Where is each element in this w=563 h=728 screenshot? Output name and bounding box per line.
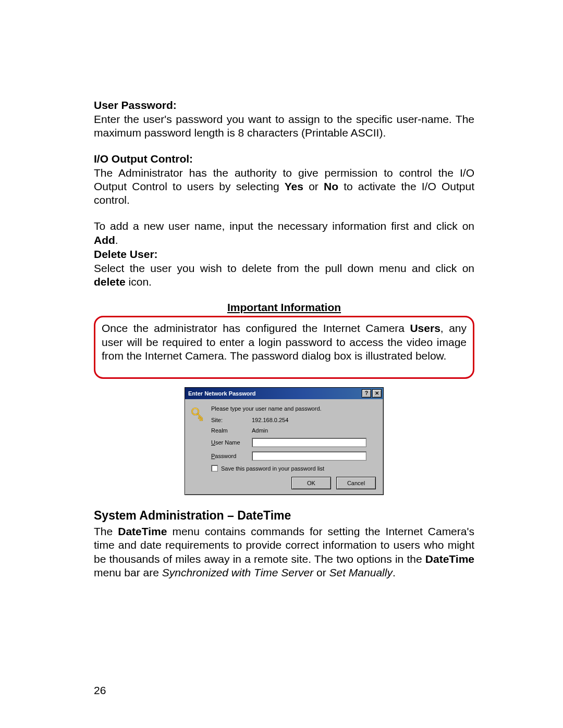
ok-button[interactable]: OK [291, 477, 331, 489]
text-user-password: Enter the user's password you want to as… [94, 113, 474, 140]
key-icon [190, 405, 206, 489]
dialog-titlebar: Enter Network Password ? ✕ [185, 388, 383, 399]
text-important-info: Once the administrator has configured th… [102, 322, 467, 363]
heading-user-password: User Password: [94, 99, 474, 112]
dialog-body: Please type your user name and password.… [185, 399, 383, 495]
label-username: User Name [211, 439, 248, 446]
label-site: Site: [211, 417, 248, 423]
heading-system-admin-datetime: System Administration – DateTime [94, 509, 474, 523]
row-site: Site: 192.168.0.254 [211, 417, 378, 423]
label-password: Password [211, 453, 248, 459]
dialog-title: Enter Network Password [188, 390, 256, 397]
row-save-password: Save this password in your password list [211, 465, 378, 472]
row-password: Password [211, 451, 378, 461]
dialog-illustration: Enter Network Password ? ✕ Please typ [94, 387, 474, 495]
document-page: User Password: Enter the user's password… [0, 0, 563, 728]
value-realm: Admin [252, 427, 378, 434]
text-io-output-p1: The Administrator has the authority to g… [94, 166, 474, 207]
enter-network-password-dialog: Enter Network Password ? ✕ Please typ [185, 387, 384, 495]
label-realm: Realm [211, 427, 248, 434]
dialog-button-row: OK Cancel [211, 477, 378, 489]
cancel-button[interactable]: Cancel [336, 477, 376, 489]
dialog-intro-text: Please type your user name and password. [211, 405, 378, 412]
titlebar-button-group: ? ✕ [362, 389, 382, 398]
dialog-form: Please type your user name and password.… [211, 405, 378, 489]
password-input[interactable] [252, 451, 366, 461]
heading-io-output: I/O Output Control: [94, 153, 474, 165]
page-number: 26 [94, 684, 106, 697]
value-site: 192.168.0.254 [252, 417, 378, 423]
save-password-checkbox[interactable] [211, 465, 218, 472]
help-button[interactable]: ? [362, 389, 371, 398]
text-io-output-p2: To add a new user name, input the necess… [94, 219, 474, 247]
heading-delete-user: Delete User: [94, 248, 474, 261]
text-datetime: The DateTime menu contains commands for … [94, 525, 474, 579]
row-realm: Realm Admin [211, 427, 378, 434]
row-username: User Name [211, 438, 378, 447]
label-save-password: Save this password in your password list [221, 465, 324, 472]
username-input[interactable] [252, 438, 366, 447]
important-info-box: Once the administrator has configured th… [94, 316, 474, 379]
close-button[interactable]: ✕ [372, 389, 382, 398]
heading-important-info: Important Information [94, 301, 474, 314]
text-delete-user: Select the user you wish to delete from … [94, 262, 474, 289]
